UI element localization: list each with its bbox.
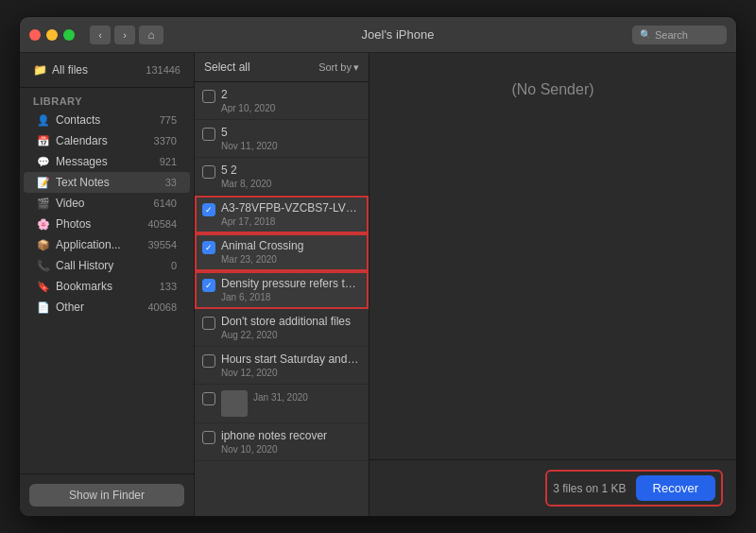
list-item[interactable]: A3-78VFPB-VZCBS7-LVEEX...Apr 17, 2018 bbox=[195, 196, 369, 233]
minimize-button[interactable] bbox=[46, 29, 58, 41]
calendars-icon: 📅 bbox=[37, 134, 50, 147]
window-title: Joel's iPhone bbox=[171, 27, 625, 42]
sidebar-item-label: Video bbox=[56, 197, 84, 210]
file-item-date: Aug 22, 2020 bbox=[221, 330, 361, 340]
contacts-icon: 👤 bbox=[37, 113, 50, 127]
main-content: 📁 All files 131446 Library 👤 Contacts 77… bbox=[20, 53, 736, 516]
file-item-info: 2Apr 10, 2020 bbox=[221, 88, 361, 113]
file-item-name: 5 bbox=[221, 126, 361, 139]
file-checkbox[interactable] bbox=[202, 90, 215, 103]
sidebar: 📁 All files 131446 Library 👤 Contacts 77… bbox=[20, 53, 195, 516]
sidebar-items: 👤 Contacts 775 📅 Calendars 3370 💬 Messag… bbox=[20, 110, 194, 473]
file-checkbox[interactable] bbox=[202, 317, 215, 330]
file-checkbox[interactable] bbox=[202, 431, 215, 444]
list-item[interactable]: Jan 31, 2020 bbox=[195, 385, 369, 423]
sidebar-item-count: 0 bbox=[171, 260, 177, 271]
list-item[interactable]: Density pressure refers to th...Jan 6, 2… bbox=[195, 271, 369, 309]
list-item[interactable]: Hours start Saturday and en...Nov 12, 20… bbox=[195, 347, 369, 385]
file-checkbox[interactable] bbox=[202, 241, 215, 254]
navigation-buttons: ‹ › ⌂ bbox=[90, 26, 163, 44]
sidebar-item-other[interactable]: 📄 Other 40068 bbox=[24, 297, 190, 318]
text-notes-icon: 📝 bbox=[37, 176, 50, 189]
search-placeholder: Search bbox=[655, 29, 688, 41]
file-checkbox[interactable] bbox=[202, 354, 215, 368]
list-item[interactable]: Animal CrossingMar 23, 2020 bbox=[195, 233, 369, 271]
sidebar-item-bookmarks[interactable]: 🔖 Bookmarks 133 bbox=[24, 276, 190, 297]
file-checkbox[interactable] bbox=[202, 165, 215, 179]
file-item-date: Nov 10, 2020 bbox=[221, 444, 361, 455]
photos-icon: 🌸 bbox=[37, 217, 50, 231]
search-bar[interactable]: 🔍 Search bbox=[632, 26, 727, 44]
select-all-label[interactable]: Select all bbox=[204, 60, 250, 74]
messages-icon: 💬 bbox=[37, 155, 50, 168]
file-item-name: Density pressure refers to th... bbox=[221, 277, 361, 290]
titlebar: ‹ › ⌂ Joel's iPhone 🔍 Search bbox=[20, 17, 736, 53]
file-checkbox[interactable] bbox=[202, 392, 215, 405]
traffic-lights bbox=[29, 29, 75, 41]
sidebar-item-text-notes[interactable]: 📝 Text Notes 33 bbox=[24, 172, 190, 193]
file-thumbnail bbox=[221, 390, 248, 417]
no-sender-label: (No Sender) bbox=[511, 81, 593, 98]
sidebar-item-count: 775 bbox=[160, 114, 177, 126]
sidebar-item-label: Calendars bbox=[56, 134, 108, 147]
sidebar-item-contacts[interactable]: 👤 Contacts 775 bbox=[24, 110, 190, 130]
sidebar-item-messages[interactable]: 💬 Messages 921 bbox=[24, 151, 190, 172]
call-history-icon: 📞 bbox=[37, 259, 50, 272]
sidebar-item-call-history[interactable]: 📞 Call History 0 bbox=[24, 255, 190, 276]
sidebar-item-calendars[interactable]: 📅 Calendars 3370 bbox=[24, 130, 190, 151]
file-checkbox[interactable] bbox=[202, 203, 215, 216]
file-checkbox[interactable] bbox=[202, 128, 215, 141]
list-item[interactable]: Don't store additional filesAug 22, 2020 bbox=[195, 309, 369, 347]
app-window: ‹ › ⌂ Joel's iPhone 🔍 Search 📁 All files… bbox=[19, 16, 737, 517]
file-item-info: Don't store additional filesAug 22, 2020 bbox=[221, 315, 361, 340]
sidebar-item-video[interactable]: 🎬 Video 6140 bbox=[24, 193, 190, 214]
file-item-name: Animal Crossing bbox=[221, 239, 361, 252]
sidebar-footer: Show in Finder bbox=[20, 473, 194, 516]
file-item-date: Jan 6, 2018 bbox=[221, 292, 361, 302]
list-item[interactable]: 5Nov 11, 2020 bbox=[195, 120, 369, 158]
sidebar-item-applications[interactable]: 📦 Application... 39554 bbox=[24, 234, 190, 255]
recover-button[interactable]: Recover bbox=[636, 475, 715, 501]
maximize-button[interactable] bbox=[63, 29, 75, 41]
preview-footer: 3 files on 1 KB Recover bbox=[369, 459, 736, 516]
bookmarks-icon: 🔖 bbox=[37, 280, 50, 293]
file-item-date: Apr 17, 2018 bbox=[221, 216, 361, 227]
file-item-info: 5 2Mar 8, 2020 bbox=[221, 163, 361, 189]
file-item-info: Hours start Saturday and en...Nov 12, 20… bbox=[221, 352, 361, 378]
forward-button[interactable]: › bbox=[114, 26, 135, 44]
sidebar-item-count: 40068 bbox=[147, 301, 177, 313]
files-info-label: 3 files on 1 KB bbox=[553, 482, 626, 495]
close-button[interactable] bbox=[29, 29, 41, 41]
file-item-date: Nov 12, 2020 bbox=[221, 368, 361, 378]
sidebar-item-count: 6140 bbox=[154, 198, 177, 209]
file-item-name: iphone notes recover bbox=[221, 429, 361, 442]
file-item-info: 5Nov 11, 2020 bbox=[221, 126, 361, 151]
file-checkbox[interactable] bbox=[202, 279, 215, 292]
sidebar-item-count: 3370 bbox=[154, 135, 177, 146]
list-item[interactable]: 2Apr 10, 2020 bbox=[195, 82, 369, 120]
video-icon: 🎬 bbox=[37, 197, 50, 210]
file-item-name: Hours start Saturday and en... bbox=[221, 352, 361, 366]
file-list-header: Select all Sort by ▾ bbox=[195, 53, 369, 82]
file-item-date: Apr 10, 2020 bbox=[221, 103, 361, 113]
preview-content: (No Sender) bbox=[369, 53, 736, 459]
other-icon: 📄 bbox=[37, 301, 50, 314]
list-item[interactable]: iphone notes recoverNov 10, 2020 bbox=[195, 423, 369, 461]
sidebar-item-photos[interactable]: 🌸 Photos 40584 bbox=[24, 214, 190, 234]
show-finder-button[interactable]: Show in Finder bbox=[29, 484, 184, 507]
sort-by-button[interactable]: Sort by ▾ bbox=[318, 61, 359, 74]
sidebar-item-label: Contacts bbox=[56, 113, 100, 127]
home-button[interactable]: ⌂ bbox=[139, 26, 163, 44]
file-item-date: Mar 23, 2020 bbox=[221, 254, 361, 265]
sidebar-item-label: Bookmarks bbox=[56, 280, 112, 293]
list-item[interactable]: 5 2Mar 8, 2020 bbox=[195, 158, 369, 196]
file-item-info: Jan 31, 2020 bbox=[253, 390, 361, 403]
file-item-info: Density pressure refers to th...Jan 6, 2… bbox=[221, 277, 361, 302]
search-icon: 🔍 bbox=[640, 29, 651, 40]
file-item-info: iphone notes recoverNov 10, 2020 bbox=[221, 429, 361, 455]
preview-panel: (No Sender) 3 files on 1 KB Recover bbox=[369, 53, 736, 516]
all-files-row[interactable]: 📁 All files 131446 bbox=[29, 60, 184, 79]
file-list: 2Apr 10, 20205Nov 11, 20205 2Mar 8, 2020… bbox=[195, 82, 369, 516]
file-item-date: Nov 11, 2020 bbox=[221, 141, 361, 151]
back-button[interactable]: ‹ bbox=[90, 26, 111, 44]
